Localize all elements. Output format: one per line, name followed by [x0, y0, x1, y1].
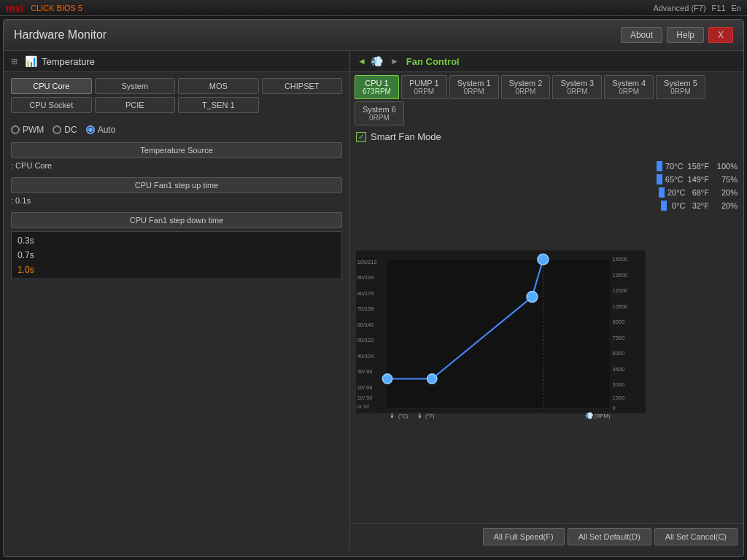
- stepup-button[interactable]: CPU Fan1 step up time: [11, 177, 342, 193]
- temp-btn-cpu-socket[interactable]: CPU Socket: [11, 97, 92, 113]
- pwm-radio[interactable]: PWM: [11, 125, 44, 135]
- fan-point-3[interactable]: [527, 292, 538, 303]
- svg-text:9000: 9000: [613, 319, 625, 325]
- temp-btn-pcie[interactable]: PCIE: [95, 97, 176, 113]
- fan-point-1[interactable]: [382, 374, 392, 384]
- dc-radio[interactable]: DC: [53, 125, 77, 135]
- temperature-panel-header: ⊞ 📊 Temperature: [4, 51, 349, 72]
- step-07s[interactable]: 0.7s: [12, 248, 341, 262]
- temp-btn-tsen1[interactable]: T_SEN 1: [178, 97, 259, 113]
- temp-btn-chipset[interactable]: CHIPSET: [262, 78, 343, 94]
- fan-tabs: CPU 1 673RPM PUMP 1 0RPM System 1 0RPM S…: [350, 72, 743, 125]
- fan-tab-sys3-label: System 3: [560, 79, 594, 88]
- fan-tab-sys4-rpm: 0RPM: [612, 88, 646, 96]
- fan-tab-cpu1[interactable]: CPU 1 673RPM: [355, 75, 399, 99]
- step-10s[interactable]: 1.0s: [12, 262, 341, 277]
- fan-tab-pump1[interactable]: PUMP 1 0RPM: [401, 75, 447, 99]
- speed-row-3: 20°C 68°F 20%: [650, 187, 738, 198]
- all-set-default-button[interactable]: All Set Default(D): [568, 528, 651, 545]
- svg-text:(RPM): (RPM): [595, 413, 611, 419]
- f11-btn[interactable]: F11: [712, 4, 726, 12]
- fan-tab-sys3[interactable]: System 3 0RPM: [552, 75, 602, 99]
- top-bar-title: CLICK BIOS 5: [31, 4, 82, 12]
- fan-control-panel: ◄ 💨 ► Fan Control CPU 1 673RPM PUMP 1 0R…: [350, 51, 743, 550]
- svg-text:1500: 1500: [613, 394, 625, 401]
- stepdown-section: CPU Fan1 step down time 0.3s 0.7s 1.0s: [11, 212, 342, 279]
- fan-tab-sys2-rpm: 0RPM: [509, 88, 543, 96]
- smart-fan-checkbox[interactable]: ✓: [356, 132, 366, 142]
- speed-row-4: 0°C 32°F 20%: [650, 201, 738, 211]
- fan-tab-sys5-label: System 5: [664, 79, 697, 88]
- svg-text:6000: 6000: [613, 350, 625, 357]
- speed-row-2: 65°C 149°F 75%: [650, 174, 738, 184]
- close-button[interactable]: X: [708, 27, 733, 43]
- svg-text:90/194: 90/194: [357, 274, 374, 281]
- temperature-source-button[interactable]: Temperature Source: [11, 142, 342, 158]
- fan-tab-cpu1-rpm: 673RPM: [363, 88, 391, 96]
- fan-tab-sys2[interactable]: System 2 0RPM: [501, 75, 551, 99]
- svg-text:🌡: 🌡: [389, 412, 395, 419]
- svg-text:🌡: 🌡: [417, 412, 423, 419]
- all-full-speed-button[interactable]: All Full Speed(F): [483, 528, 565, 545]
- speed-pct-2: 75%: [712, 175, 738, 184]
- step-03s[interactable]: 0.3s: [12, 233, 341, 248]
- speed-bar-4: [661, 201, 667, 211]
- speed-temp-4: 0°C 32°F: [670, 201, 709, 210]
- svg-text:0: 0: [613, 405, 616, 411]
- help-button[interactable]: Help: [667, 27, 704, 43]
- speed-pct-3: 20%: [712, 188, 738, 197]
- fan-tab-sys1-rpm: 0RPM: [457, 88, 491, 96]
- all-set-cancel-button[interactable]: All Set Cancel(C): [654, 528, 738, 545]
- svg-text:60/140: 60/140: [357, 322, 374, 328]
- fan-point-2[interactable]: [427, 374, 437, 384]
- en-btn[interactable]: En: [732, 4, 741, 12]
- fan-icon: 💨: [371, 55, 383, 67]
- svg-text:4500: 4500: [613, 366, 625, 373]
- temp-source-buttons: CPU Core System MOS CHIPSET CPU Socket P…: [4, 72, 349, 119]
- speed-table: 70°C 158°F 100% 65°C 149°F 75% 20°C 68°F…: [650, 147, 738, 517]
- temp-btn-cpu-core[interactable]: CPU Core: [11, 78, 92, 94]
- fan-control-title: Fan Control: [406, 56, 460, 67]
- fan-tab-sys6[interactable]: System 6 0RPM: [355, 101, 404, 125]
- svg-text:(°F): (°F): [425, 413, 435, 419]
- fan-tab-pump1-label: PUMP 1: [409, 79, 439, 88]
- pwm-label: PWM: [23, 125, 44, 135]
- fan-tab-sys4[interactable]: System 4 0RPM: [604, 75, 654, 99]
- fan-tab-sys6-rpm: 0RPM: [363, 114, 396, 122]
- about-button[interactable]: About: [621, 27, 662, 43]
- expand-icon[interactable]: ⊞: [11, 57, 18, 66]
- svg-text:30/ 86: 30/ 86: [357, 368, 373, 375]
- svg-text:50/122: 50/122: [357, 337, 374, 343]
- temp-btn-mos[interactable]: MOS: [178, 78, 259, 94]
- svg-text:(°C): (°C): [398, 413, 409, 419]
- fan-control-bottom-buttons: All Full Speed(F) All Set Default(D) All…: [350, 523, 743, 550]
- speed-bar-1: [657, 161, 662, 171]
- pwm-radio-circle: [11, 125, 20, 134]
- svg-text:100/212: 100/212: [357, 259, 377, 265]
- speed-bar-2: [657, 174, 662, 184]
- speed-pct-1: 100%: [712, 162, 738, 171]
- svg-text:40/104: 40/104: [357, 353, 374, 359]
- window-title: Hardware Monitor: [14, 28, 107, 42]
- svg-text:7500: 7500: [613, 335, 625, 341]
- main-window: Hardware Monitor About Help X ⊞ 📊 Temper…: [3, 19, 744, 557]
- svg-text:70/158: 70/158: [357, 306, 374, 312]
- fan-tab-cpu1-label: CPU 1: [363, 79, 391, 88]
- stepup-section: CPU Fan1 step up time : 0.1s: [11, 177, 342, 206]
- fan-tab-sys3-rpm: 0RPM: [560, 88, 594, 96]
- dc-radio-circle: [53, 125, 61, 134]
- temp-btn-system[interactable]: System: [95, 78, 176, 94]
- fan-tab-sys5[interactable]: System 5 0RPM: [656, 75, 705, 99]
- speed-row-1: 70°C 158°F 100%: [650, 161, 738, 171]
- svg-text:3000: 3000: [613, 381, 625, 388]
- fan-tab-sys1-label: System 1: [457, 79, 491, 88]
- fan-tab-sys1[interactable]: System 1 0RPM: [449, 75, 499, 99]
- chart-container: 100/212 90/194 80/176 70/158 60/140 50/1…: [356, 147, 738, 517]
- temperature-panel: ⊞ 📊 Temperature CPU Core System MOS CHIP…: [4, 51, 350, 550]
- speed-bar-3: [659, 187, 665, 198]
- temp-icon: 📊: [25, 55, 37, 67]
- stepdown-button[interactable]: CPU Fan1 step down time: [11, 212, 342, 228]
- temp-source-value: : CPU Core: [11, 160, 342, 171]
- auto-radio[interactable]: Auto: [86, 125, 116, 135]
- smart-fan-header: ✓ Smart Fan Mode: [356, 131, 738, 142]
